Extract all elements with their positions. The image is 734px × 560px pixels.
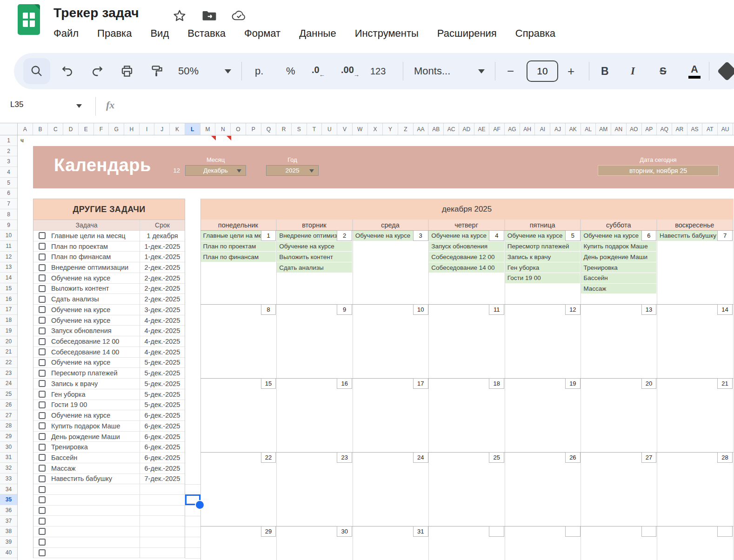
column-header-AQ[interactable]: AQ: [657, 123, 672, 135]
event-cell[interactable]: Тренировка: [581, 262, 656, 273]
font-family-select[interactable]: Monts...: [414, 53, 470, 89]
task-checkbox[interactable]: [39, 412, 46, 419]
day-number-box[interactable]: 23: [337, 452, 352, 463]
day-number-box[interactable]: 31: [413, 526, 428, 537]
fill-handle[interactable]: [196, 501, 204, 509]
fill-color-icon[interactable]: [717, 61, 734, 81]
zoom-caret-icon[interactable]: [225, 53, 231, 89]
paint-format-icon[interactable]: [150, 53, 164, 89]
event-cell[interactable]: Ген уборка: [505, 262, 581, 273]
task-checkbox[interactable]: [39, 327, 46, 334]
column-header-Q[interactable]: Q: [261, 123, 277, 135]
event-cell[interactable]: Бассейн: [581, 273, 656, 284]
increase-decimal-button[interactable]: .00→: [341, 53, 360, 89]
column-header-X[interactable]: X: [368, 123, 383, 135]
event-cell[interactable]: Обучение на курсе: [277, 241, 352, 252]
row-header-11[interactable]: 11: [0, 241, 17, 252]
column-header-AB[interactable]: AB: [428, 123, 444, 135]
column-header-B[interactable]: B: [33, 123, 48, 135]
day-number-box[interactable]: 5: [565, 230, 581, 241]
row-header-12[interactable]: 12: [0, 252, 17, 262]
task-checkbox[interactable]: [39, 243, 46, 250]
day-number-box[interactable]: 11: [489, 304, 504, 315]
day-number-box[interactable]: 25: [489, 452, 504, 463]
task-checkbox[interactable]: [39, 348, 46, 355]
row-header-35[interactable]: 35: [0, 494, 17, 505]
row-header-17[interactable]: 17: [0, 305, 17, 315]
row-header-13[interactable]: 13: [0, 262, 17, 273]
task-row[interactable]: Обучение на курсе3-дек.-2025: [33, 305, 185, 315]
task-checkbox[interactable]: [39, 380, 46, 387]
event-cell[interactable]: Выложить контент: [277, 252, 352, 262]
increase-font-size-button[interactable]: +: [567, 53, 574, 89]
row-header-4[interactable]: 4: [0, 167, 17, 178]
document-title[interactable]: Трекер задач: [53, 6, 139, 20]
text-color-button[interactable]: A: [688, 53, 701, 89]
column-header-E[interactable]: E: [79, 123, 94, 135]
task-checkbox[interactable]: [39, 454, 46, 461]
day-number-box[interactable]: [565, 526, 581, 537]
menu-Файл[interactable]: Файл: [53, 27, 79, 40]
task-row[interactable]: Пересмотр платежей5-дек.-2025: [33, 368, 185, 379]
task-row[interactable]: Главные цели на месяц1 декабря: [33, 231, 185, 241]
column-header-AR[interactable]: AR: [672, 123, 687, 135]
day-number-box[interactable]: 16: [337, 378, 352, 389]
row-header-6[interactable]: 6: [0, 188, 17, 199]
task-row[interactable]: Собеседование 12 004-дек.-2025: [33, 336, 185, 347]
search-icon[interactable]: [30, 53, 44, 89]
month-dropdown[interactable]: Декабрь: [185, 165, 246, 176]
day-number-box[interactable]: 2: [337, 230, 352, 241]
event-cell[interactable]: Собеседование 12 00: [429, 252, 504, 262]
task-row[interactable]: Собеседование 14 004-дек.-2025: [33, 347, 185, 358]
task-row[interactable]: План по проектам1-дек.-2025: [33, 241, 185, 252]
task-checkbox[interactable]: [39, 444, 46, 451]
task-checkbox[interactable]: [39, 496, 46, 503]
menu-Вид[interactable]: Вид: [150, 27, 169, 40]
row-header-27[interactable]: 27: [0, 410, 17, 421]
day-number-box[interactable]: 12: [565, 304, 581, 315]
menu-Вставка[interactable]: Вставка: [187, 27, 226, 40]
task-row[interactable]: Гости 19 005-дек.-2025: [33, 400, 185, 411]
font-size-input[interactable]: 10: [527, 60, 558, 82]
row-header-40[interactable]: 40: [0, 547, 17, 558]
column-header-Y[interactable]: Y: [383, 123, 398, 135]
task-checkbox[interactable]: [39, 296, 46, 303]
menu-Инструменты[interactable]: Инструменты: [355, 27, 419, 40]
day-number-box[interactable]: 13: [641, 304, 657, 315]
row-header-36[interactable]: 36: [0, 505, 17, 516]
star-icon[interactable]: [172, 8, 187, 23]
row-header-24[interactable]: 24: [0, 379, 17, 389]
sheets-logo-icon[interactable]: [18, 4, 40, 35]
strikethrough-button[interactable]: S: [660, 53, 667, 89]
row-header-28[interactable]: 28: [0, 420, 17, 431]
empty-task-row[interactable]: [33, 527, 185, 537]
task-checkbox[interactable]: [39, 232, 46, 239]
name-box[interactable]: L35: [10, 100, 23, 109]
percent-format-button[interactable]: %: [286, 53, 295, 89]
row-header-22[interactable]: 22: [0, 357, 17, 368]
day-number-box[interactable]: 8: [261, 304, 276, 315]
move-folder-icon[interactable]: [202, 8, 217, 23]
event-cell[interactable]: План по финансам: [201, 252, 276, 262]
task-checkbox[interactable]: [39, 433, 46, 440]
column-header-N[interactable]: N: [215, 123, 231, 135]
column-header-AP[interactable]: AP: [642, 123, 657, 135]
task-checkbox[interactable]: [39, 475, 46, 482]
day-number-box[interactable]: 27: [641, 452, 657, 463]
task-checkbox[interactable]: [39, 264, 46, 271]
column-header-S[interactable]: S: [292, 123, 307, 135]
row-header-37[interactable]: 37: [0, 516, 17, 527]
task-row[interactable]: День рождение Маши6-дек.-2025: [33, 432, 185, 442]
day-number-box[interactable]: 15: [261, 378, 276, 389]
row-header-8[interactable]: 8: [0, 209, 17, 220]
row-header-1[interactable]: 1: [0, 135, 17, 146]
column-header-AJ[interactable]: AJ: [550, 123, 566, 135]
task-checkbox[interactable]: [39, 359, 46, 366]
column-header-R[interactable]: R: [276, 123, 292, 135]
row-header-38[interactable]: 38: [0, 527, 17, 537]
fx-icon[interactable]: fx: [106, 99, 114, 111]
day-number-box[interactable]: 30: [337, 526, 352, 537]
task-checkbox[interactable]: [39, 539, 46, 546]
task-row[interactable]: Выложить контент2-дек.-2025: [33, 284, 185, 294]
task-row[interactable]: Ген уборка5-дек.-2025: [33, 389, 185, 400]
